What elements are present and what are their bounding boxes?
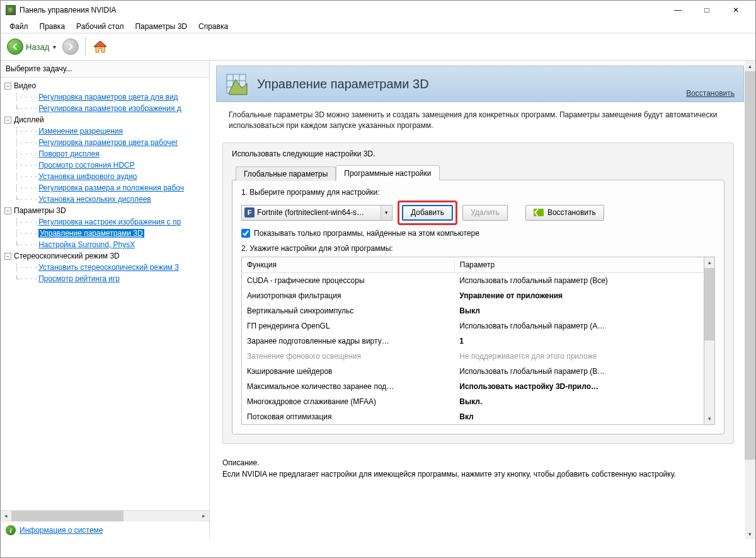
add-button-highlight: Добавить bbox=[398, 201, 457, 225]
svg-marker-1 bbox=[94, 41, 106, 47]
setting-parameter: Не поддерживается для этого приложе bbox=[454, 349, 704, 364]
setting-function: Вертикальный синхроимпульс bbox=[242, 303, 455, 318]
header-3d-icon bbox=[223, 71, 249, 97]
show-only-found-checkbox[interactable] bbox=[241, 229, 250, 238]
table-row: Затенение фонового освещенияНе поддержив… bbox=[242, 349, 704, 364]
tree-toggle-icon[interactable]: − bbox=[4, 207, 11, 214]
forward-button[interactable] bbox=[62, 38, 79, 55]
setting-parameter: Выкл bbox=[454, 303, 704, 318]
tree-toggle-icon[interactable]: − bbox=[4, 253, 11, 260]
left-panel: Выберите задачу... −Видео ┊····Регулиров… bbox=[1, 61, 210, 539]
setting-function: CUDA - графические процессоры bbox=[242, 272, 455, 288]
close-button[interactable]: ✕ bbox=[721, 1, 750, 20]
home-button[interactable] bbox=[92, 38, 108, 55]
window-title: Панель управления NVIDIA bbox=[20, 6, 117, 15]
tree-item-rotate[interactable]: Поворот дисплея bbox=[38, 149, 100, 158]
program-select[interactable]: F Fortnite (fortniteclient-win64-s… ▾ bbox=[241, 205, 392, 221]
setting-parameter: Использовать глобальный параметр (В… bbox=[454, 364, 704, 379]
table-row[interactable]: Вертикальный синхроимпульсВыкл bbox=[242, 303, 704, 318]
table-row[interactable]: Заранее подготовленные кадры вирту…1 bbox=[242, 334, 704, 349]
scroll-up-icon[interactable]: ▴ bbox=[704, 257, 714, 268]
setting-function: Анизотропная фильтрация bbox=[242, 288, 455, 303]
tree-group-display[interactable]: Дисплей bbox=[14, 115, 44, 124]
tree-group-video[interactable]: Видео bbox=[14, 81, 36, 90]
scroll-left-icon[interactable]: ◂ bbox=[1, 511, 11, 521]
tree-item-image-settings[interactable]: Регулировка настроек изображения с пр bbox=[38, 218, 181, 226]
scroll-down-icon[interactable]: ▾ bbox=[745, 528, 755, 539]
left-panel-header: Выберите задачу... bbox=[1, 61, 209, 78]
tree-toggle-icon[interactable]: − bbox=[4, 83, 11, 90]
tree-item-desktop-color[interactable]: Регулировка параметров цвета рабочег bbox=[38, 138, 178, 147]
menu-file[interactable]: Файл bbox=[4, 21, 33, 32]
tree-item-video-image[interactable]: Регулировка параметров изображения д bbox=[38, 104, 181, 113]
content-description: Глобальные параметры 3D можно заменить и… bbox=[210, 106, 748, 139]
table-row[interactable]: Максимальное количество заранее под…Испо… bbox=[242, 379, 704, 394]
menu-help[interactable]: Справка bbox=[193, 21, 233, 32]
menubar: Файл Правка Рабочий стол Параметры 3D Сп… bbox=[1, 20, 755, 33]
tree-item-stereo-set[interactable]: Установить стереоскопический режим 3 bbox=[38, 263, 179, 272]
tree-item-game-rating[interactable]: Просмотр рейтинга игр bbox=[38, 274, 120, 283]
table-row[interactable]: CUDA - графические процессорыИспользоват… bbox=[242, 272, 704, 288]
col-parameter[interactable]: Параметр bbox=[454, 257, 704, 272]
scroll-thumb[interactable] bbox=[704, 268, 714, 341]
minimize-button[interactable]: — bbox=[663, 1, 692, 20]
toolbar: Назад ▾ bbox=[1, 33, 755, 60]
settings-panel-title: Использовать следующие настройки 3D. bbox=[232, 149, 724, 158]
tree-group-stereo[interactable]: Стереоскопический режим 3D bbox=[14, 252, 120, 260]
setting-function: Потоковая оптимизация bbox=[242, 409, 455, 425]
tree-item-audio[interactable]: Установка цифрового аудио bbox=[38, 172, 137, 181]
scroll-thumb[interactable] bbox=[11, 511, 123, 521]
tree-group-3d[interactable]: Параметры 3D bbox=[14, 206, 66, 215]
tab-program[interactable]: Программные настройки bbox=[336, 165, 439, 180]
system-info-link[interactable]: Информация о системе bbox=[20, 526, 103, 535]
page-title: Управление параметрами 3D bbox=[257, 77, 686, 91]
setting-parameter: Управление от приложения bbox=[454, 288, 704, 303]
table-row[interactable]: Анизотропная фильтрацияУправление от при… bbox=[242, 288, 704, 303]
menu-edit[interactable]: Правка bbox=[35, 21, 71, 32]
scroll-up-icon[interactable]: ▴ bbox=[745, 61, 755, 71]
tree-item-manage-3d[interactable]: Управление параметрами 3D bbox=[38, 229, 144, 238]
table-row[interactable]: ГП рендеринга OpenGLИспользовать глобаль… bbox=[242, 318, 704, 334]
col-function[interactable]: Функция bbox=[242, 257, 455, 272]
right-panel: Управление параметрами 3D Восстановить Г… bbox=[210, 61, 755, 539]
tree-item-video-color[interactable]: Регулировка параметров цвета для вид bbox=[38, 93, 178, 102]
table-row[interactable]: Потоковая оптимизацияВкл bbox=[242, 409, 704, 425]
tree-item-hdcp[interactable]: Просмотр состояния HDCP bbox=[38, 161, 135, 170]
table-vertical-scrollbar[interactable]: ▴ ▾ bbox=[704, 257, 715, 425]
navigation-tree: −Видео ┊····Регулировка параметров цвета… bbox=[1, 78, 209, 510]
tab-global[interactable]: Глобальные параметры bbox=[236, 166, 336, 181]
table-row[interactable]: Многокадровое сглаживание (MFAA)Выкл. bbox=[242, 394, 704, 409]
add-button[interactable]: Добавить bbox=[402, 205, 453, 221]
menu-params3d[interactable]: Параметры 3D bbox=[130, 21, 192, 32]
scroll-down-icon[interactable]: ▾ bbox=[704, 414, 714, 424]
right-vertical-scrollbar[interactable]: ▴ ▾ bbox=[745, 61, 755, 539]
tree-toggle-icon[interactable]: − bbox=[4, 117, 11, 124]
table-row[interactable]: Кэширование шейдеровИспользовать глобаль… bbox=[242, 364, 704, 379]
description-title: Описание. bbox=[222, 458, 734, 468]
maximize-button[interactable]: □ bbox=[692, 1, 721, 20]
menu-desktop[interactable]: Рабочий стол bbox=[71, 21, 129, 32]
titlebar: Панель управления NVIDIA — □ ✕ bbox=[1, 1, 755, 20]
content-header: Управление параметрами 3D Восстановить bbox=[216, 66, 744, 102]
remove-button: Удалить bbox=[462, 205, 508, 221]
tree-item-resolution[interactable]: Изменение разрешения bbox=[38, 127, 123, 136]
tree-item-multi-display[interactable]: Установка нескольких дисплеев bbox=[38, 195, 151, 204]
chevron-down-icon: ▾ bbox=[381, 206, 391, 220]
back-label: Назад bbox=[26, 42, 49, 52]
setting-function: Кэширование шейдеров bbox=[242, 364, 455, 379]
tree-item-physx[interactable]: Настройка Surround, PhysX bbox=[38, 240, 135, 249]
left-horizontal-scrollbar[interactable]: ◂ ▸ bbox=[1, 510, 209, 521]
restore-link[interactable]: Восстановить bbox=[686, 89, 735, 98]
scroll-right-icon[interactable]: ▸ bbox=[198, 511, 209, 521]
home-icon bbox=[92, 38, 108, 55]
setting-function: Затенение фонового освещения bbox=[242, 349, 455, 364]
setting-function: Максимальное количество заранее под… bbox=[242, 379, 455, 394]
back-dropdown-icon[interactable]: ▾ bbox=[52, 44, 57, 50]
scroll-thumb[interactable] bbox=[745, 71, 755, 460]
restore-button[interactable]: Восстановить bbox=[525, 205, 604, 221]
back-arrow-icon bbox=[7, 38, 23, 55]
tree-item-sizepos[interactable]: Регулировка размера и положения рабоч bbox=[38, 183, 184, 192]
setting-function: Заранее подготовленные кадры вирту… bbox=[242, 334, 455, 349]
back-button[interactable]: Назад ▾ bbox=[4, 37, 60, 56]
nvidia-app-icon bbox=[6, 5, 16, 15]
